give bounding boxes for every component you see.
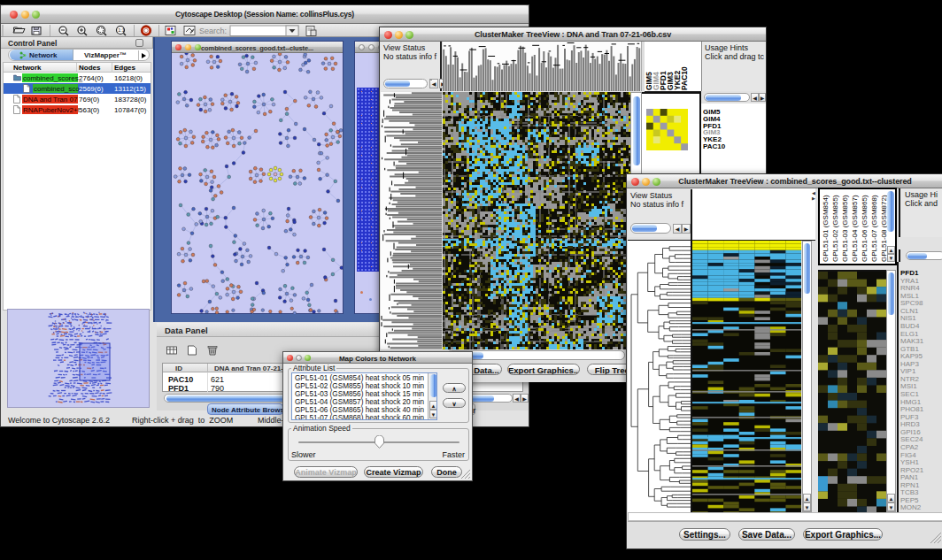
svg-text:Search:: Search: <box>199 27 227 35</box>
svg-text:GPL51-01 (GSM854): GPL51-01 (GSM854) <box>822 195 830 262</box>
svg-text:GPL51-06 (GSM865): GPL51-06 (GSM865) <box>861 195 869 262</box>
svg-text:GPL51-07 (GSM868): GPL51-07 (GSM868) <box>870 195 878 262</box>
svg-text:1:1: 1:1 <box>118 27 125 33</box>
svg-text:GPL51-03 (GSM856): GPL51-03 (GSM856) <box>841 195 849 262</box>
svg-text:GPL51-04 (GSM857): GPL51-04 (GSM857) <box>851 195 859 262</box>
svg-text:GPL51-02 (GSM855): GPL51-02 (GSM855) <box>831 195 839 262</box>
svg-text:PAC10: PAC10 <box>680 66 689 90</box>
